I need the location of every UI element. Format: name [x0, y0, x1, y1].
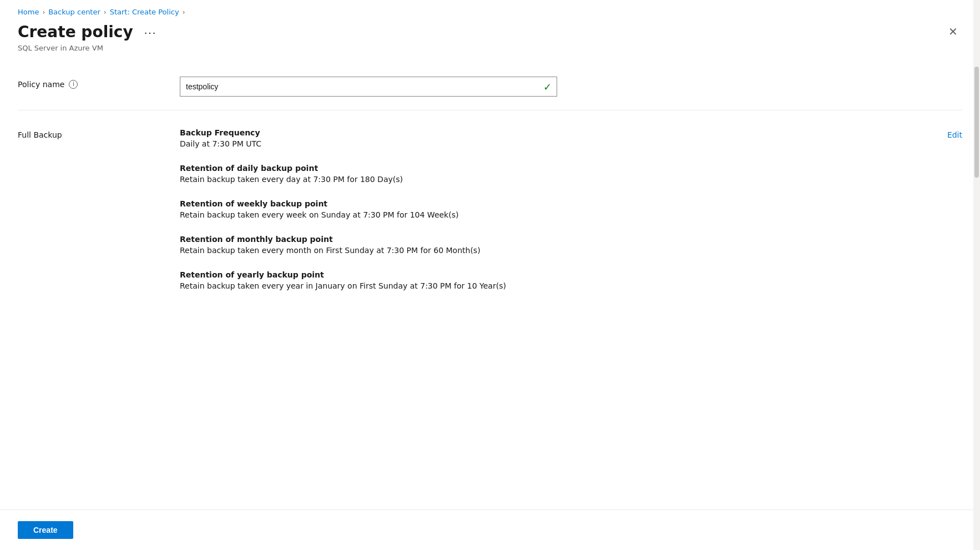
- policy-name-input[interactable]: [180, 77, 557, 97]
- breadcrumb-backup-center[interactable]: Backup center: [48, 8, 100, 16]
- full-backup-edit-link[interactable]: Edit: [947, 130, 962, 139]
- page-title: Create policy: [18, 23, 133, 42]
- policy-name-input-wrapper: ✓: [180, 77, 557, 97]
- full-backup-row: Full Backup Backup Frequency Daily at 7:…: [0, 110, 980, 308]
- close-button[interactable]: ✕: [944, 23, 962, 41]
- backup-detail-title-2: Retention of weekly backup point: [180, 199, 900, 208]
- create-button[interactable]: Create: [18, 521, 73, 539]
- more-options-button[interactable]: ···: [140, 24, 161, 40]
- backup-detail-value-3: Retain backup taken every month on First…: [180, 246, 900, 255]
- backup-detail-value-4: Retain backup taken every year in Januar…: [180, 281, 900, 290]
- full-backup-edit-col: Edit: [918, 128, 962, 139]
- page-header: Create policy ··· SQL Server in Azure VM…: [0, 21, 980, 63]
- footer: Create: [0, 509, 980, 550]
- backup-detail-section-2: Retention of weekly backup point Retain …: [180, 199, 900, 219]
- backup-detail-title-3: Retention of monthly backup point: [180, 235, 900, 244]
- backup-detail-section-0: Backup Frequency Daily at 7:30 PM UTC: [180, 128, 900, 148]
- policy-name-input-col: ✓: [180, 77, 962, 97]
- breadcrumb-sep-3: ›: [183, 8, 185, 16]
- header-left: Create policy ··· SQL Server in Azure VM: [18, 23, 161, 52]
- title-area: Create policy ··· SQL Server in Azure VM: [18, 23, 161, 52]
- backup-detail-value-1: Retain backup taken every day at 7:30 PM…: [180, 175, 900, 184]
- form-content: Policy name i ✓: [0, 63, 980, 110]
- breadcrumb-sep-1: ›: [42, 8, 45, 16]
- backup-detail-section-3: Retention of monthly backup point Retain…: [180, 235, 900, 255]
- backup-detail-title-4: Retention of yearly backup point: [180, 270, 900, 279]
- backup-detail-value-0: Daily at 7:30 PM UTC: [180, 139, 900, 148]
- breadcrumb-create-policy[interactable]: Start: Create Policy: [110, 8, 179, 16]
- policy-name-label-col: Policy name i: [18, 77, 162, 89]
- scrollbar[interactable]: [973, 0, 980, 550]
- full-backup-label: Full Backup: [18, 130, 62, 139]
- backup-detail-value-2: Retain backup taken every week on Sunday…: [180, 210, 900, 219]
- backup-detail-title-0: Backup Frequency: [180, 128, 900, 137]
- scroll-thumb[interactable]: [974, 67, 979, 178]
- full-backup-label-col: Full Backup: [18, 128, 162, 139]
- backup-detail-section-1: Retention of daily backup point Retain b…: [180, 164, 900, 184]
- title-row: Create policy ···: [18, 23, 161, 42]
- policy-name-info-icon[interactable]: i: [69, 80, 78, 89]
- policy-name-row: Policy name i ✓: [18, 63, 962, 110]
- title-group: Create policy ··· SQL Server in Azure VM: [18, 23, 161, 52]
- full-backup-details-col: Backup Frequency Daily at 7:30 PM UTC Re…: [180, 128, 900, 290]
- breadcrumb-home[interactable]: Home: [18, 8, 39, 16]
- backup-detail-title-1: Retention of daily backup point: [180, 164, 900, 173]
- breadcrumb-sep-2: ›: [104, 8, 107, 16]
- page-subtitle: SQL Server in Azure VM: [18, 44, 161, 52]
- policy-name-label: Policy name: [18, 80, 64, 89]
- breadcrumb: Home › Backup center › Start: Create Pol…: [0, 0, 980, 21]
- backup-detail-section-4: Retention of yearly backup point Retain …: [180, 270, 900, 290]
